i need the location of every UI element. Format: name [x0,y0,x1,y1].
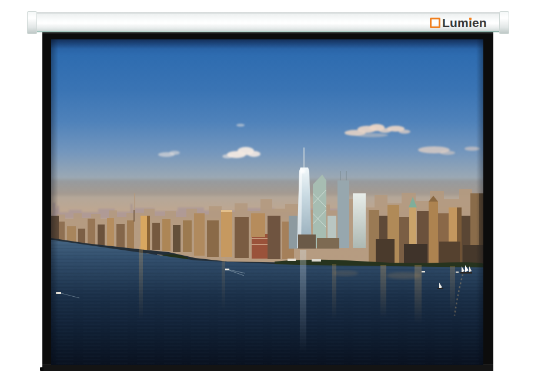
frame-corner-nub [40,367,44,371]
product-photo: Lumıen [0,0,538,392]
screen-housing-bar: Lumıen [34,12,500,32]
brand-logo: Lumıen [430,16,487,29]
small-boat [422,271,425,273]
smog-band [51,179,483,196]
docked-boat [288,259,296,261]
brand-text-lum: Lum [442,16,469,29]
frame-top-edge [42,32,493,34]
projected-image [51,39,483,365]
housing-endcap-right [499,11,509,34]
logo-letter-i: ı [469,16,472,29]
small-boat [456,272,459,273]
three-wtc-tower [337,180,349,248]
bottom-weight-bar [42,364,493,371]
housing-endcap-left [27,11,37,34]
spire-glint [300,169,305,173]
glass-midrise [289,216,298,249]
four-wtc-tower [353,193,366,248]
logo-square-icon [430,18,440,28]
skyline-scene [51,39,483,365]
brand-text-en: en [472,16,487,29]
docked-boat [312,259,321,262]
brand-wordmark: Lumıen [442,16,487,29]
